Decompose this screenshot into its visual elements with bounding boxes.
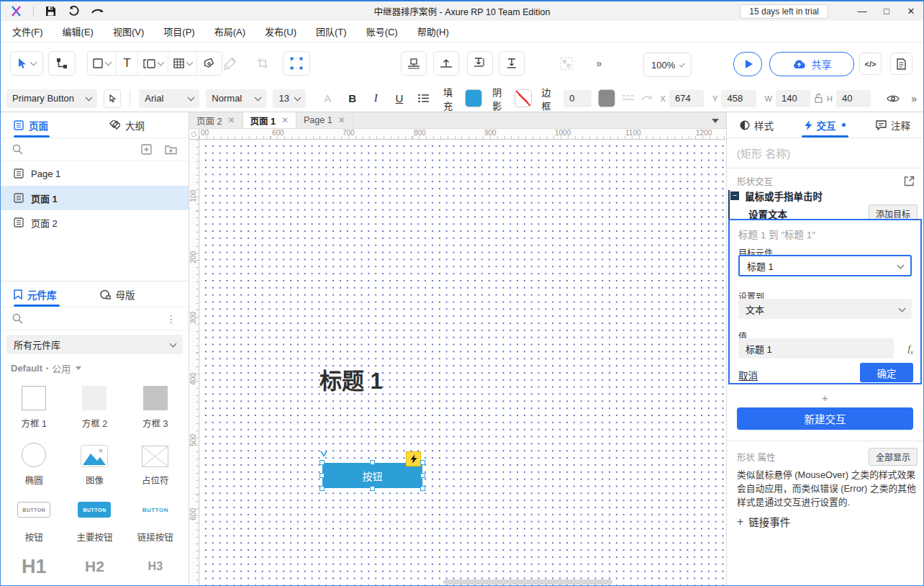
open-external-icon[interactable] [904, 176, 915, 186]
widget-h2[interactable]: H2 标题 2 [64, 549, 124, 586]
widget-name-input[interactable]: (矩形 名称) [727, 138, 923, 168]
menu-help[interactable]: 帮助(H) [417, 24, 449, 38]
h-input[interactable]: 40 [836, 90, 871, 107]
notes-doc-button[interactable] [890, 53, 912, 75]
menu-edit[interactable]: 编辑(E) [63, 24, 94, 38]
maximize-button[interactable]: □ [874, 3, 899, 20]
resize-handle-n[interactable] [370, 460, 375, 465]
font-family-select[interactable]: Arial [139, 89, 199, 108]
canvas-surface[interactable]: 标题 1 按钮 [199, 140, 726, 585]
zoom-select[interactable]: 100% [643, 53, 692, 77]
tab-pages[interactable]: 页面 [14, 118, 48, 132]
resize-handle-s[interactable] [370, 486, 375, 491]
stylebar-overflow-button[interactable]: » [911, 93, 916, 104]
menu-project[interactable]: 项目(P) [163, 24, 194, 38]
search-icon[interactable] [12, 144, 23, 155]
tab-outline[interactable]: 大纲 [109, 118, 145, 132]
trial-badge[interactable]: 15 days left in trial [740, 4, 828, 19]
widget-box2[interactable]: 方框 2 [64, 378, 124, 435]
event-row[interactable]: − 鼠标或手指单击时 [730, 189, 823, 203]
align-text-bottom-button[interactable] [467, 51, 493, 76]
resize-handle-sw[interactable] [320, 486, 325, 491]
menu-account[interactable]: 账号(C) [366, 24, 398, 38]
lock-ratio-icon[interactable] [815, 94, 823, 103]
bold-button[interactable]: B [343, 92, 361, 104]
tab-notes[interactable]: 注释 [876, 112, 910, 138]
tab-widget-library[interactable]: 元件库 [14, 287, 57, 302]
transform-points-button[interactable] [283, 51, 310, 76]
canvas-tab[interactable]: 页面 2✕ [189, 112, 243, 128]
redo-icon[interactable] [91, 6, 104, 17]
menu-publish[interactable]: 发布(U) [265, 24, 296, 38]
menu-file[interactable]: 文件(F) [12, 24, 43, 38]
library-filter-select[interactable]: 所有元件库 [6, 335, 183, 354]
new-interaction-button[interactable]: 新建交互 [737, 407, 913, 430]
value-input[interactable]: 标题 1 [738, 338, 894, 359]
tab-masters[interactable]: 母版 [100, 287, 135, 302]
italic-button[interactable]: I [367, 92, 385, 104]
close-tab-icon[interactable]: ✕ [227, 115, 235, 125]
widget-h1[interactable]: H1 标题 1 [4, 549, 64, 586]
link-events-button[interactable]: + 链接事件 [737, 514, 790, 529]
connector-tool-button[interactable] [48, 51, 76, 76]
canvas-tab[interactable]: Page 1✕ [296, 112, 353, 128]
rectangle-tool-button[interactable] [88, 52, 117, 75]
visibility-eye-icon[interactable] [887, 94, 900, 103]
more-options-icon[interactable]: ⋮ [166, 313, 177, 325]
resize-handle-nw[interactable] [320, 460, 325, 465]
widget-link-button[interactable]: BUTTON 链接按钮 [125, 492, 186, 549]
close-button[interactable]: ✕ [899, 3, 923, 20]
minimize-button[interactable]: — [850, 3, 874, 20]
fx-icon[interactable]: fx [907, 343, 913, 356]
border-width-input[interactable]: 0 [563, 90, 592, 107]
close-tab-icon[interactable]: ✕ [338, 115, 345, 125]
code-export-button[interactable]: </> [859, 53, 882, 75]
font-size-select[interactable]: 13 [273, 89, 305, 108]
library-group-row[interactable]: Default • 公用 [1, 354, 189, 377]
bring-to-front-button[interactable] [433, 51, 459, 76]
undo-icon[interactable] [68, 6, 80, 17]
set-to-select[interactable]: 文本 [738, 299, 912, 319]
search-icon[interactable] [12, 313, 23, 324]
frame-tool-button[interactable] [138, 52, 168, 75]
style-preset-select[interactable]: Primary Button [6, 89, 97, 108]
tab-list-caret-icon[interactable] [712, 119, 719, 123]
select-tool-button[interactable] [10, 51, 43, 76]
fill-color-swatch[interactable] [465, 89, 482, 107]
table-tool-button[interactable] [168, 52, 197, 75]
canvas-heading-widget[interactable]: 标题 1 [320, 363, 383, 395]
align-text-top-button[interactable] [499, 51, 525, 76]
ruler-origin[interactable] [189, 129, 199, 140]
page-item[interactable]: Page 1 [1, 161, 189, 186]
x-input[interactable]: 674 [669, 90, 704, 107]
widget-box1[interactable]: 方框 1 [4, 378, 64, 435]
tab-style[interactable]: 样式 [740, 112, 774, 138]
resize-handle-w[interactable] [320, 473, 325, 478]
menu-team[interactable]: 团队(T) [316, 24, 347, 38]
canvas-button-widget[interactable]: 按钮 [322, 463, 422, 488]
widget-placeholder[interactable]: 占位符 [125, 435, 186, 492]
menu-arrange[interactable]: 布局(A) [214, 24, 245, 38]
widget-button[interactable]: BUTTON 按钮 [4, 492, 64, 549]
resize-handle-ne[interactable] [420, 460, 425, 465]
show-all-button[interactable]: 全部显示 [869, 448, 918, 466]
ok-button[interactable]: 确定 [860, 363, 913, 382]
widget-box3[interactable]: 方框 3 [125, 378, 186, 435]
font-weight-select[interactable]: Normal [206, 89, 266, 108]
add-page-icon[interactable] [141, 144, 152, 155]
underline-button[interactable]: U [391, 92, 409, 104]
target-select[interactable]: 标题 1 [738, 255, 912, 276]
canvas-tab-active[interactable]: 页面 1✕ [243, 112, 297, 128]
resize-handle-se[interactable] [420, 486, 425, 491]
style-editor-button[interactable] [104, 89, 122, 108]
page-item[interactable]: 页面 2 [1, 210, 189, 235]
widget-primary-button[interactable]: BUTTON 主要按钮 [64, 492, 124, 549]
horizontal-scrollbar[interactable] [443, 580, 612, 585]
collapse-event-icon[interactable]: − [730, 191, 739, 200]
cancel-link[interactable]: 取消 [738, 368, 758, 382]
widget-h3[interactable]: H3 标题 3 [125, 549, 186, 586]
menu-view[interactable]: 视图(V) [113, 24, 144, 38]
page-item-selected[interactable]: 页面 1 [1, 186, 189, 210]
toolbar-overflow-button[interactable]: » [589, 51, 608, 76]
save-icon[interactable] [45, 6, 56, 17]
